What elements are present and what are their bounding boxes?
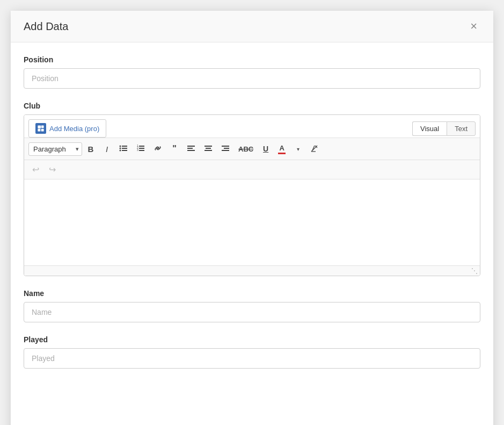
align-left-icon: [187, 144, 195, 154]
resize-icon: ⋱: [471, 267, 478, 275]
svg-rect-3: [41, 129, 44, 132]
align-left-button[interactable]: [183, 141, 199, 156]
played-label: Played: [24, 335, 480, 344]
blockquote-icon: ": [172, 144, 177, 154]
paragraph-select-wrap: Paragraph Heading 1 Heading 2 Heading 3 …: [28, 142, 82, 156]
bold-icon: B: [88, 145, 94, 154]
align-center-icon: [204, 144, 213, 154]
svg-rect-5: [122, 148, 127, 149]
align-right-icon: [221, 144, 230, 154]
text-color-button[interactable]: A: [274, 141, 289, 156]
svg-point-8: [120, 147, 121, 149]
modal-body: Position Club: [11, 42, 493, 425]
svg-rect-16: [187, 146, 195, 147]
svg-rect-19: [204, 146, 212, 147]
add-media-svg-icon: [37, 125, 45, 132]
visual-tab[interactable]: Visual: [412, 121, 447, 136]
strikethrough-icon: ABC: [238, 145, 253, 153]
text-tab[interactable]: Text: [447, 121, 476, 136]
svg-rect-2: [38, 129, 40, 132]
modal-header: Add Data ×: [11, 11, 493, 42]
svg-rect-24: [222, 150, 229, 151]
eraser-button[interactable]: [306, 141, 323, 156]
modal-title: Add Data: [24, 20, 68, 33]
svg-rect-22: [222, 146, 229, 147]
svg-rect-21: [204, 150, 212, 151]
redo-button[interactable]: ↪: [45, 162, 60, 177]
add-data-modal: Add Data × Position Club: [11, 11, 493, 425]
svg-rect-11: [139, 148, 144, 149]
svg-rect-12: [139, 150, 144, 151]
svg-rect-6: [122, 150, 127, 151]
redo-icon: ↪: [49, 164, 56, 175]
svg-rect-10: [139, 146, 144, 147]
name-field-group: Name: [24, 289, 480, 322]
view-tabs: Visual Text: [412, 121, 476, 136]
underline-icon: U: [263, 145, 268, 153]
italic-icon: I: [106, 145, 108, 154]
editor-content-area[interactable]: [24, 179, 480, 265]
ordered-list-button[interactable]: 123: [133, 141, 149, 156]
paragraph-select[interactable]: Paragraph Heading 1 Heading 2 Heading 3 …: [28, 142, 82, 156]
bold-button[interactable]: B: [83, 141, 98, 156]
svg-rect-23: [224, 148, 229, 149]
editor-toolbar-row1: Paragraph Heading 1 Heading 2 Heading 3 …: [24, 138, 480, 160]
club-editor: Add Media (pro) Visual Text Paragraph He…: [24, 114, 480, 276]
underline-button[interactable]: U: [258, 141, 273, 156]
editor-top-bar: Add Media (pro) Visual Text: [24, 115, 480, 138]
name-label: Name: [24, 289, 480, 298]
close-button[interactable]: ×: [467, 19, 480, 33]
svg-rect-1: [41, 125, 44, 128]
text-color-dropdown-button[interactable]: ▾: [290, 141, 305, 156]
position-field-group: Position: [24, 55, 480, 89]
position-input[interactable]: [24, 68, 480, 89]
position-label: Position: [24, 55, 480, 64]
eraser-icon: [310, 144, 319, 154]
svg-point-7: [120, 145, 121, 147]
undo-icon: ↩: [32, 164, 39, 175]
svg-rect-4: [122, 146, 127, 147]
played-input[interactable]: [24, 348, 480, 369]
club-label: Club: [24, 102, 480, 110]
italic-button[interactable]: I: [99, 141, 114, 156]
undo-button[interactable]: ↩: [28, 162, 43, 177]
club-field-group: Club Add Media (pro): [24, 102, 480, 276]
svg-rect-18: [187, 150, 195, 151]
unordered-list-icon: [119, 144, 128, 154]
played-field-group: Played: [24, 335, 480, 369]
svg-rect-17: [187, 148, 193, 149]
svg-point-9: [120, 149, 121, 151]
strikethrough-button[interactable]: ABC: [235, 141, 257, 156]
svg-rect-20: [206, 148, 211, 149]
text-color-icon: A: [278, 144, 286, 154]
unordered-list-button[interactable]: [115, 141, 132, 156]
align-right-button[interactable]: [217, 141, 233, 156]
add-media-label: Add Media (pro): [49, 125, 99, 133]
editor-toolbar-row2: ↩ ↪: [24, 160, 480, 179]
align-center-button[interactable]: [200, 141, 216, 156]
blockquote-button[interactable]: ": [167, 141, 182, 156]
link-button[interactable]: [150, 141, 166, 156]
svg-rect-0: [38, 125, 41, 128]
chevron-down-icon: ▾: [297, 146, 300, 152]
svg-text:3: 3: [137, 148, 138, 152]
name-input[interactable]: [24, 302, 480, 322]
editor-resize-handle: ⋱: [24, 265, 480, 276]
ordered-list-icon: 123: [136, 144, 145, 154]
media-icon: [35, 123, 46, 134]
link-icon: [154, 144, 162, 154]
add-media-button[interactable]: Add Media (pro): [28, 119, 106, 138]
